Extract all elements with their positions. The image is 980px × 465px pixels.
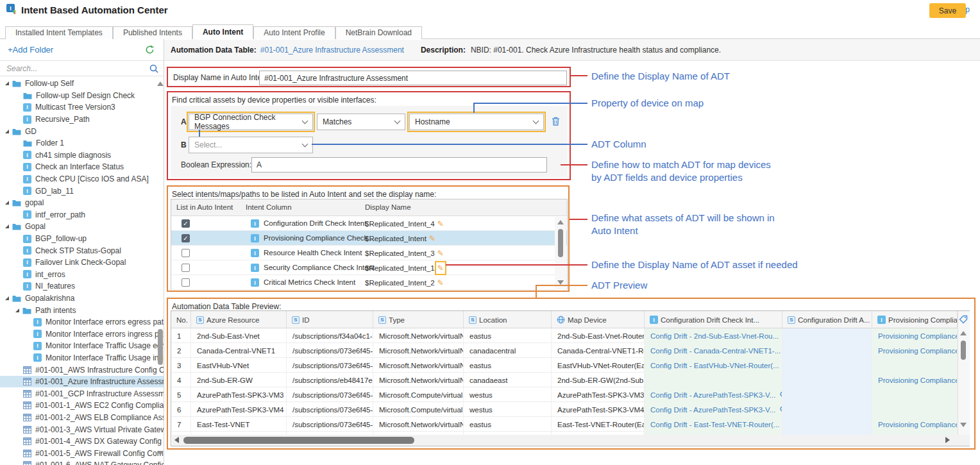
sidebar-scrollbar-up[interactable] <box>157 81 164 86</box>
tree-item[interactable]: ICheck CPU [Cisco IOS and ASA] <box>0 173 164 185</box>
preview-scrollbar-down[interactable] <box>960 423 967 427</box>
tree-item[interactable]: Iint_erros <box>0 269 164 281</box>
preview-scrollbar-up[interactable] <box>960 331 967 335</box>
config-drift-link[interactable]: Config Drift - AzurePathTest-SPK3-V... <box>650 406 775 414</box>
tree-item[interactable]: gopal <box>0 197 164 209</box>
preview-column-header[interactable]: SID <box>287 311 373 328</box>
preview-column-header[interactable]: SType <box>373 311 464 328</box>
edit-pencil-icon[interactable]: ✎ <box>437 249 444 258</box>
tree-item[interactable]: IBGP_follow-up <box>0 233 164 245</box>
preview-scrollbar-thumb[interactable] <box>961 341 966 360</box>
preview-column-header[interactable]: SAzure Resource <box>191 311 287 328</box>
sidebar-scrollbar-down[interactable] <box>157 451 164 455</box>
edit-pencil-icon[interactable]: ✎ <box>429 234 435 243</box>
tree-item[interactable]: #01-001_AWS Infrastructure Config Compli… <box>0 364 164 376</box>
provisioning-compliance-link[interactable]: Provisioning Compliance - East-Test <box>878 421 958 428</box>
tab-auto-intent[interactable]: Auto Intent <box>192 24 253 39</box>
refresh-icon[interactable] <box>145 45 155 56</box>
device-property-select[interactable]: Hostname <box>409 114 544 130</box>
preview-column-header[interactable]: IConfiguration Drift Check Int... <box>645 311 782 328</box>
tree-item[interactable]: IFailover Link Check-Gopal <box>0 257 164 269</box>
tree-item[interactable]: Path intents <box>0 304 164 316</box>
intent-row[interactable]: ✓IConfiguration Drift Check Intent$Repli… <box>171 216 567 231</box>
tree-item[interactable]: IRecursive_Path <box>0 114 164 126</box>
config-drift-link[interactable]: Config Drift - EastVHub-VNet-Router(... <box>650 362 779 369</box>
expanded-arrow-icon[interactable] <box>5 130 9 133</box>
intent-row[interactable]: ISecurity Compliance Check Intent$Replic… <box>171 260 567 275</box>
search-input[interactable] <box>0 61 144 76</box>
edit-pencil-icon[interactable]: ✎ <box>437 219 444 228</box>
add-folder-button[interactable]: +Add Folder <box>8 45 53 55</box>
tree-item[interactable]: #01-001-2_AWS ELB Compliance Assessment <box>0 412 164 424</box>
intent-row[interactable]: ICritical Metrics Check Intent$Replicate… <box>171 275 567 290</box>
tree-item[interactable]: Folder 1 <box>0 137 164 149</box>
config-drift-link[interactable]: Config Drift - AzurePathTest-SPK3-V... <box>650 391 775 399</box>
expanded-arrow-icon[interactable] <box>15 309 19 312</box>
tree-item[interactable]: #01-001_GCP Infrastructure Assessment <box>0 387 164 400</box>
edit-pencil-icon[interactable]: ✎ <box>437 278 444 287</box>
tab-installed-intent-templates[interactable]: Installed Intent Templates <box>5 26 113 39</box>
tree-item[interactable]: Follow-up Self Design Check <box>0 90 164 102</box>
preview-column-header[interactable]: No. <box>171 311 191 328</box>
tree-item[interactable]: IMonitor Interface errors ingress path <box>0 328 164 340</box>
tree-item[interactable]: INI_features <box>0 280 164 292</box>
provisioning-compliance-link[interactable]: Provisioning Compliance - Canada- <box>878 347 958 355</box>
tree-item[interactable]: ICheck STP Status-Gopal <box>0 244 164 257</box>
tree-item[interactable]: Follow-up Self <box>0 78 164 90</box>
tab-netbrain-download[interactable]: NetBrain Download <box>335 26 422 39</box>
preview-hscrollbar-thumb[interactable] <box>183 437 414 444</box>
expanded-arrow-icon[interactable] <box>5 296 9 300</box>
tree-item[interactable]: IMonitor Interface Traffic Usage ingress… <box>0 352 164 364</box>
expanded-arrow-icon[interactable] <box>5 224 9 228</box>
preview-column-header[interactable]: Map Device <box>552 311 645 328</box>
intent-scrollbar-up[interactable] <box>557 220 564 224</box>
config-drift-link[interactable]: Config Drift - 2nd-Sub-East-Vnet-Rou... <box>650 332 779 340</box>
provisioning-compliance-link[interactable]: Provisioning Compliance - 2nd-Sub <box>878 332 958 340</box>
adt-name-link[interactable]: #01-001_Azure Infrastructure Assessment <box>260 46 404 55</box>
tree-item[interactable]: Gopal <box>0 221 164 233</box>
operator-select[interactable]: Matches <box>317 114 405 130</box>
preview-scrollbar-right[interactable] <box>945 437 950 443</box>
expanded-arrow-icon[interactable] <box>5 201 9 205</box>
list-in-auto-intent-checkbox[interactable] <box>182 249 190 257</box>
tab-auto-intent-profile[interactable]: Auto Intent Profile <box>253 26 335 39</box>
tree-item[interactable]: #01-001-4_AWS DX Gateway Config Compli..… <box>0 435 164 448</box>
expanded-arrow-icon[interactable] <box>5 81 9 85</box>
tree-item[interactable]: IMonitor Interface errors egress path <box>0 316 164 328</box>
preview-scrollbar-left[interactable] <box>174 437 179 443</box>
tree-item[interactable]: Iintf_error_path <box>0 209 164 221</box>
config-drift-link[interactable]: Config Drift - Canada-Central-VNET1-... <box>650 347 781 355</box>
tree-item[interactable]: #01-001-1_AWS EC2 Config Compliance Ass.… <box>0 400 164 412</box>
list-in-auto-intent-checkbox[interactable] <box>182 278 190 287</box>
edit-pencil-icon[interactable]: ✎ <box>437 264 444 273</box>
preview-column-header[interactable]: IProvisioning Compliance ... <box>872 311 958 328</box>
preview-column-header[interactable]: SConfiguration Drift A... <box>782 311 872 328</box>
tree-item[interactable]: #01-001-5_AWS Firewall Config Compliance… <box>0 447 164 459</box>
adt-column-select[interactable]: BGP Connection Check Messages <box>189 114 313 130</box>
intent-scrollbar-thumb[interactable] <box>558 229 563 257</box>
config-drift-link[interactable]: Config Drift - East-Test-VNET-Router(... <box>650 421 779 428</box>
display-name-input[interactable] <box>259 71 567 85</box>
list-in-auto-intent-checkbox[interactable] <box>182 264 190 272</box>
tree-item[interactable]: IGD_lab_11 <box>0 185 164 197</box>
row-b-select[interactable]: Select... <box>189 137 313 153</box>
tree-item[interactable]: Gopalakrishna <box>0 292 164 305</box>
tab-published-intents[interactable]: Published Intents <box>113 26 192 39</box>
boolean-expression-input[interactable] <box>251 157 547 173</box>
delete-condition-icon[interactable] <box>552 117 560 128</box>
tree-item[interactable]: #01-001-6_AWS NAT Gateway Config Compl..… <box>0 459 164 465</box>
tree-item[interactable]: IMonitor Interface Traffic Usage egress … <box>0 340 164 352</box>
intent-row[interactable]: ✓IProvisioning Compliance Check ...$Repl… <box>171 231 567 246</box>
list-in-auto-intent-checkbox[interactable]: ✓ <box>182 219 190 228</box>
tree-item[interactable]: IMulticast Tree Version3 <box>0 101 164 114</box>
preview-column-header[interactable]: SLocation <box>464 311 552 328</box>
list-in-auto-intent-checkbox[interactable]: ✓ <box>182 234 190 242</box>
tag-icon[interactable] <box>959 315 968 325</box>
provisioning-compliance-link[interactable]: Provisioning Compliance - 2nd-Sub <box>878 376 958 384</box>
tree-item[interactable]: #01-001_Azure Infrastructure Assessment <box>0 376 164 388</box>
tree-item[interactable]: Ich41 simple diagnosis <box>0 149 164 162</box>
search-icon[interactable] <box>149 64 158 75</box>
sidebar-scrollbar-thumb[interactable] <box>158 329 163 365</box>
intent-row[interactable]: IResource Health Check Intent$Replicated… <box>171 246 567 260</box>
intent-scrollbar-down[interactable] <box>557 280 564 285</box>
